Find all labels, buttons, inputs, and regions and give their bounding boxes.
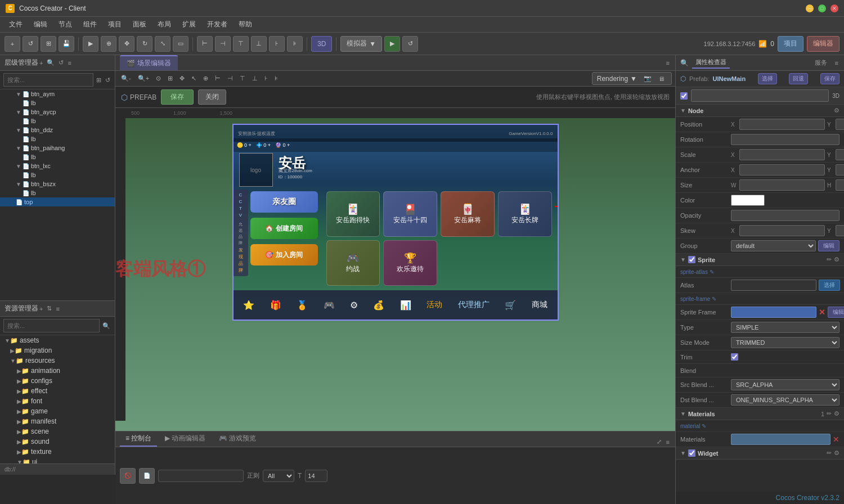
simulate-button[interactable]: 模拟器 ▼ xyxy=(340,36,382,52)
game-cell-3[interactable]: 🀄安岳麻将 xyxy=(441,191,495,237)
asset-item-assets[interactable]: ▼📁assets xyxy=(0,335,115,345)
props-menu-btn[interactable]: ≡ xyxy=(834,58,839,68)
save-scene-button[interactable]: 💾 xyxy=(59,36,74,52)
src-blend-select[interactable]: SRC_ALPHA ONE ZERO xyxy=(731,379,839,390)
materials-section-gear[interactable]: ⚙ xyxy=(834,410,839,417)
prefab-select-btn[interactable]: 选择 xyxy=(758,73,777,84)
asset-item-resources[interactable]: ▼📁resources xyxy=(0,356,115,366)
game-cell-6[interactable]: 🏆欢乐邀待 xyxy=(383,240,437,286)
add-node-button[interactable]: + xyxy=(5,36,20,52)
tree-item-lb-1[interactable]: 📄lb xyxy=(0,98,115,107)
asset-item-texture[interactable]: ▶📁texture xyxy=(0,447,115,457)
sprite-edit-icon[interactable]: ✏ xyxy=(827,256,832,263)
align-top-button[interactable]: ⊥ xyxy=(251,36,267,52)
link-button[interactable]: ⊞ xyxy=(41,36,56,52)
asset-item-migration[interactable]: ▶📁migration xyxy=(0,345,115,356)
console-level-select[interactable]: All Error Warn Info xyxy=(263,470,294,482)
tree-item-btn-aym[interactable]: ▼📄btn_aym xyxy=(0,89,115,98)
atlas-select-btn[interactable]: 选择 xyxy=(819,280,840,291)
position-y-input[interactable]: 380 xyxy=(836,119,844,130)
game-cell-2[interactable]: 🎴安岳斗十四 xyxy=(383,191,437,237)
asset-item-configs[interactable]: ▶📁configs xyxy=(0,376,115,386)
tree-item-btn-ddz[interactable]: ▼📄btn_ddz xyxy=(0,125,115,134)
scene-zoom-out[interactable]: 🔍- xyxy=(119,74,133,83)
atlas-input[interactable]: None xyxy=(731,280,816,291)
scene-tool-8[interactable]: ⊥ xyxy=(250,74,260,83)
align-left-button[interactable]: ⊢ xyxy=(197,36,213,52)
node-active-checkbox[interactable] xyxy=(680,92,688,100)
menu-component[interactable]: 组件 xyxy=(79,18,101,31)
scene-select-tool[interactable]: ↖ xyxy=(189,74,199,83)
assets-search-btn[interactable]: 🔍 xyxy=(101,321,111,331)
asset-item-game[interactable]: ▶📁game xyxy=(0,406,115,416)
materials-section-header[interactable]: ▼ Materials 1 ✏ ⚙ xyxy=(676,408,844,420)
tree-item-lb-2[interactable]: 📄lb xyxy=(0,116,115,125)
tree-item-btn-lxc[interactable]: ▼📄btn_lxc xyxy=(0,161,115,170)
assets-add-btn[interactable]: + xyxy=(38,304,44,313)
widget-section-gear[interactable]: ⚙ xyxy=(834,449,839,457)
maximize-button[interactable]: □ xyxy=(818,4,826,12)
size-mode-select[interactable]: TRIMMED RAW CUSTOM xyxy=(731,337,839,348)
skew-y-input[interactable]: 0 xyxy=(836,225,844,236)
game-btn-create-room[interactable]: 🏠创建房间 xyxy=(250,218,318,239)
asset-item-font[interactable]: ▶📁font xyxy=(0,396,115,406)
sprite-type-select[interactable]: SIMPLE SLICED TILED FILLED xyxy=(731,322,839,333)
tab-scene-editor[interactable]: 🎬 场景编辑器 xyxy=(120,55,178,70)
console-search-input[interactable] xyxy=(158,470,244,482)
move-button[interactable]: ✥ xyxy=(119,36,134,52)
align-bottom-button[interactable]: ⊧ xyxy=(287,36,303,52)
asset-item-effect[interactable]: ▶📁effect xyxy=(0,386,115,396)
atlas-link[interactable]: sprite-atlas ✎ xyxy=(680,269,714,275)
console-fontsize-input[interactable] xyxy=(305,470,327,482)
scene-zoom-reset[interactable]: ⊙ xyxy=(154,74,163,83)
menu-edit[interactable]: 编辑 xyxy=(29,18,52,31)
menu-developer[interactable]: 开发者 xyxy=(203,18,232,31)
size-h-input[interactable]: 77 xyxy=(836,179,844,191)
scene-view[interactable]: 客端风格① 500 500 1,000 1,500 安朔游乐·提权温度 Game… xyxy=(115,108,675,431)
assets-menu-btn[interactable]: ≡ xyxy=(55,304,60,313)
hierarchy-search-input[interactable] xyxy=(3,73,93,87)
sprite-frame-input[interactable]: pop_top xyxy=(731,307,816,318)
menu-node[interactable]: 节点 xyxy=(54,18,77,31)
scene-tool-5[interactable]: ⊢ xyxy=(213,74,223,83)
asset-item-manifest[interactable]: ▶📁manifest xyxy=(0,416,115,426)
transform-button[interactable]: ⊕ xyxy=(101,36,116,52)
assets-search-input[interactable] xyxy=(3,319,100,332)
asset-item-scene[interactable]: ▶📁scene xyxy=(0,426,115,436)
rotation-input[interactable]: 0 xyxy=(731,134,839,145)
sprite-active-checkbox[interactable] xyxy=(688,256,695,263)
dst-blend-select[interactable]: ONE_MINUS_SRC_ALPHA ONE ZERO xyxy=(731,394,839,406)
scene-tool-7[interactable]: ⊤ xyxy=(237,74,248,83)
sprite-frame-remove-btn[interactable]: ✕ xyxy=(819,308,825,317)
node-section-gear[interactable]: ⚙ xyxy=(834,107,839,114)
menu-layout[interactable]: 布局 xyxy=(153,18,176,31)
group-edit-btn[interactable]: 编辑 xyxy=(818,240,839,251)
hierarchy-sort-btn[interactable]: ↺ xyxy=(104,75,111,85)
scene-anchor-tool[interactable]: ⊕ xyxy=(201,74,210,83)
align-right-button[interactable]: ⊤ xyxy=(233,36,249,52)
editor-button[interactable]: 编辑器 xyxy=(807,36,839,52)
asset-item-ui[interactable]: ▼📁ui xyxy=(0,457,115,464)
node-section-header[interactable]: ▼ Node ⚙ xyxy=(676,105,844,117)
stop-button[interactable]: ↺ xyxy=(402,36,418,52)
align-center-button[interactable]: ⊣ xyxy=(215,36,231,52)
game-cell-4[interactable]: 🃏安岳长牌 xyxy=(498,191,552,237)
material-remove-btn[interactable]: ✕ xyxy=(833,435,839,444)
hierarchy-refresh-btn[interactable]: ↺ xyxy=(57,58,65,68)
console-maximize-btn[interactable]: ⤢ xyxy=(656,437,663,447)
skew-x-input[interactable]: 0 xyxy=(739,225,825,236)
opacity-input[interactable]: 255 xyxy=(731,210,839,221)
menu-help[interactable]: 帮助 xyxy=(234,18,257,31)
tree-item-btn-paihang[interactable]: ▼📄btn_paihang xyxy=(0,143,115,152)
tab-game-preview[interactable]: 🎮 游戏预览 xyxy=(213,431,262,447)
scene-fit-view[interactable]: ⊞ xyxy=(165,74,175,83)
align-middle-button[interactable]: ⊦ xyxy=(269,36,285,52)
material-input[interactable]: builtin-2d-sprite xyxy=(731,434,830,445)
anchor-x-input[interactable]: 1 xyxy=(739,164,825,176)
widget-section-header[interactable]: ▼ Widget ✏ ⚙ xyxy=(676,447,844,460)
asset-item-sound[interactable]: ▶📁sound xyxy=(0,436,115,447)
sprite-frame-link[interactable]: sprite-frame ✎ xyxy=(680,296,716,302)
prefab-close-button[interactable]: 关闭 xyxy=(198,89,226,105)
assets-sort-btn[interactable]: ⇅ xyxy=(46,304,53,313)
game-btn-join-room[interactable]: 🎯加入房间 xyxy=(250,244,318,266)
